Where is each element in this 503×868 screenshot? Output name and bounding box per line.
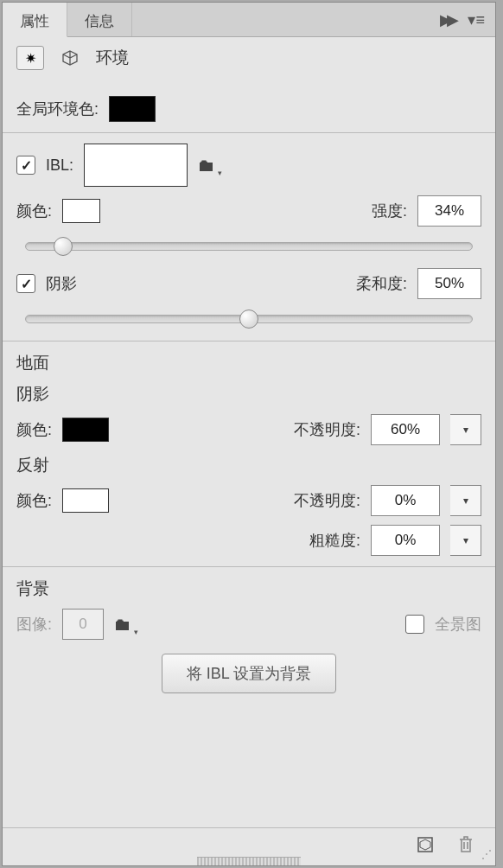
panel-title: 环境 [96, 47, 129, 69]
ibl-image-swatch[interactable] [84, 144, 188, 187]
ground-shadow-opacity-input[interactable] [371, 414, 440, 445]
ground-roughness-input[interactable] [371, 525, 440, 556]
collapse-icon[interactable]: ▶▶ [440, 10, 454, 29]
ground-reflect-color-label: 颜色: [16, 490, 52, 511]
ibl-softness-slider[interactable] [16, 308, 481, 329]
trash-icon[interactable] [457, 835, 474, 858]
ground-shadow-color-swatch[interactable] [62, 418, 109, 442]
ibl-softness-input[interactable] [417, 268, 481, 299]
background-image-input [62, 609, 104, 640]
ibl-shadow-checkbox[interactable] [16, 274, 35, 293]
ground-reflect-heading: 反射 [16, 454, 481, 476]
tab-info[interactable]: 信息 [67, 3, 132, 36]
ibl-shadow-label: 阴影 [46, 273, 77, 294]
ground-heading: 地面 [16, 352, 481, 374]
global-env-color-label: 全局环境色: [16, 99, 99, 119]
panel-header: ✷ 环境 [3, 37, 495, 79]
background-heading: 背景 [16, 578, 481, 600]
ground-shadow-heading: 阴影 [16, 383, 481, 405]
ground-shadow-opacity-label: 不透明度: [294, 419, 360, 440]
ground-roughness-dropdown[interactable]: ▾ [450, 525, 481, 556]
ground-reflect-opacity-dropdown[interactable]: ▾ [450, 485, 481, 516]
folder-icon[interactable]: 🖿 [198, 156, 215, 176]
ibl-color-label: 颜色: [16, 201, 52, 221]
ground-reflect-opacity-label: 不透明度: [294, 490, 360, 511]
ibl-color-swatch[interactable] [62, 199, 100, 223]
ibl-intensity-input[interactable] [417, 195, 481, 227]
resize-grip-icon[interactable]: ⋰ [481, 848, 490, 860]
light-icon[interactable]: ✷ [16, 46, 44, 70]
global-env-color-swatch[interactable] [109, 96, 156, 122]
panorama-checkbox[interactable] [405, 615, 424, 634]
box3d-icon[interactable] [60, 48, 80, 68]
properties-panel: 属性 信息 ▶▶ ▾≡ ✷ 环境 全局环境色: IBL: 🖿 颜色: [2, 2, 496, 866]
ground-reflect-color-swatch[interactable] [62, 488, 109, 513]
ground-reflect-opacity-input[interactable] [371, 485, 440, 516]
ibl-intensity-label: 强度: [372, 201, 407, 221]
ground-shadow-color-label: 颜色: [16, 419, 52, 440]
panel-menu-icon[interactable]: ▾≡ [468, 10, 485, 29]
ibl-intensity-slider[interactable] [16, 235, 481, 256]
background-folder-icon[interactable]: 🖿 [114, 615, 131, 635]
ibl-checkbox[interactable] [16, 156, 35, 175]
tab-bar: 属性 信息 ▶▶ ▾≡ [3, 3, 495, 37]
set-ibl-background-button[interactable]: 将 IBL 设置为背景 [162, 654, 336, 693]
background-image-label: 图像: [16, 614, 52, 635]
ground-shadow-opacity-dropdown[interactable]: ▾ [450, 414, 481, 445]
ibl-label: IBL: [46, 156, 73, 175]
ground-roughness-label: 粗糙度: [309, 530, 360, 551]
bottom-grip[interactable] [197, 857, 301, 865]
tab-properties[interactable]: 属性 [3, 3, 67, 37]
ibl-softness-label: 柔和度: [356, 273, 407, 294]
render-settings-icon[interactable] [416, 835, 435, 858]
panorama-label: 全景图 [435, 614, 481, 635]
